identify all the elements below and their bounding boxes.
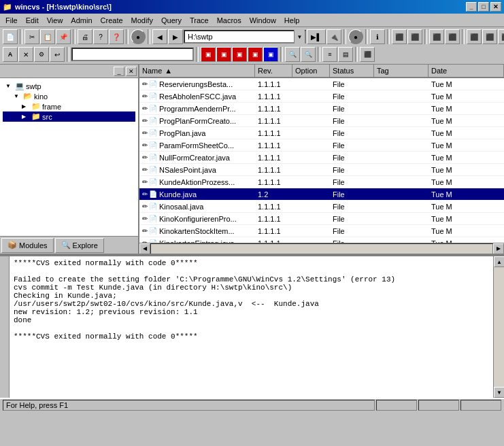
toolbar-help[interactable]: ? <box>93 29 108 44</box>
col-header-rev[interactable]: Rev. <box>255 65 292 78</box>
file-doc-icon: 📄 <box>149 203 157 210</box>
table-row[interactable]: ✏📄KinoKonfigurierenPro...1.1.1.1FileTue … <box>139 213 504 225</box>
close-button[interactable]: ✕ <box>490 2 501 12</box>
table-row[interactable]: ✏📄KundeAktionProzess...1.1.1.1FileTue M <box>139 176 504 188</box>
tree-header: _ ✕ <box>0 65 138 78</box>
toolbar-cut[interactable]: ✂ <box>24 29 39 44</box>
toolbar-back[interactable]: ◀ <box>152 29 167 44</box>
vscroll-up[interactable]: ▲ <box>494 256 504 267</box>
table-row[interactable]: ✏📄NullFormCreator.java1.1.1.1FileTue M <box>139 152 504 164</box>
tree-item-kino[interactable]: ▼📂kino <box>3 91 135 101</box>
tree-item-src[interactable]: ▶📁src <box>3 112 135 122</box>
toolbar-zoom2[interactable]: 🔍 <box>301 47 316 62</box>
modules-button[interactable]: 📦 Modules <box>1 238 54 253</box>
file-pencil-icon: ✏ <box>142 227 148 235</box>
toolbar-stop[interactable]: ● <box>348 29 363 44</box>
toolbar-forward[interactable]: ▶ <box>168 29 183 44</box>
tree-expand-icon[interactable]: ▼ <box>14 93 22 99</box>
tree-expand-icon[interactable]: ▼ <box>5 83 14 89</box>
toolbar-filter-red2[interactable]: ▣ <box>216 47 231 62</box>
toolbar-list1[interactable]: ≡ <box>322 47 337 62</box>
horizontal-scrollbar[interactable]: ◀ ▶ <box>139 243 504 254</box>
status-box-3 <box>460 400 501 411</box>
filter-input[interactable] <box>71 48 194 61</box>
output-text[interactable]: *****CVS exited normally with code 0****… <box>10 256 493 398</box>
table-row[interactable]: ✏📄ProgPlan.java1.1.1.1FileTue M <box>139 127 504 139</box>
output-vscroll[interactable]: ▲ ▼ <box>493 256 504 398</box>
toolbar-help2[interactable]: ❓ <box>109 29 124 44</box>
table-row[interactable]: ✏📄NSalesPoint.java1.1.1.1FileTue M <box>139 164 504 176</box>
toolbar-row2-c[interactable]: ⚙ <box>34 47 49 62</box>
menu-item-edit[interactable]: Edit <box>22 15 43 26</box>
toolbar-btn-circle[interactable]: ● <box>131 29 146 44</box>
table-row[interactable]: ✏📄Kinosaal.java1.1.1.1FileTue M <box>139 201 504 213</box>
menu-item-create[interactable]: Create <box>97 15 127 26</box>
toolbar-zoom1[interactable]: 🔍 <box>285 47 300 62</box>
menu-item-help[interactable]: Help <box>280 15 304 26</box>
maximize-button[interactable]: □ <box>478 2 489 12</box>
col-header-name[interactable]: Name ▲ <box>139 65 255 78</box>
menu-item-query[interactable]: Query <box>157 15 186 26</box>
toolbar-btn-g[interactable]: ⬛ <box>498 29 504 44</box>
menu-item-modify[interactable]: Modify <box>127 15 157 26</box>
toolbar-paste[interactable]: 📌 <box>56 29 71 44</box>
table-row[interactable]: ✏📄ParamFormSheetCo...1.1.1.1FileTue M <box>139 139 504 152</box>
col-header-option[interactable]: Option <box>292 65 330 78</box>
path-combo[interactable]: H:\swtp ▼ <box>184 30 306 44</box>
toolbar-new[interactable]: 📄 <box>3 29 18 44</box>
toolbar-btn-b[interactable]: ⬛ <box>407 29 422 44</box>
tree-expand-icon[interactable]: ▶ <box>22 114 30 120</box>
toolbar-btn-a[interactable]: ⬛ <box>392 29 407 44</box>
toolbar-go[interactable]: ▶▌ <box>307 29 326 44</box>
toolbar-row2-a[interactable]: A <box>3 47 18 62</box>
toolbar-btn-j[interactable]: ⬛ <box>360 47 375 62</box>
file-doc-icon: 📄 <box>149 141 157 149</box>
table-row[interactable]: ✏📄ProgrammAendernPr...1.1.1.1FileTue M <box>139 103 504 115</box>
menu-item-trace[interactable]: Trace <box>186 15 213 26</box>
tree-item-frame[interactable]: ▶📁frame <box>3 101 135 112</box>
table-row[interactable]: ✏📄KinokartenEintrag.java1.1.1.1FileTue M <box>139 237 504 243</box>
tree-expand-icon[interactable]: ▶ <box>22 103 30 109</box>
menu-item-view[interactable]: View <box>43 15 67 26</box>
toolbar-row2-d[interactable]: ↩ <box>50 47 65 62</box>
vscroll-track[interactable] <box>494 267 504 387</box>
toolbar-btn-e[interactable]: ⬛ <box>467 29 482 44</box>
explore-button[interactable]: 🔍 Explore <box>55 238 104 253</box>
path-dropdown-arrow[interactable]: ▼ <box>294 30 305 44</box>
col-header-date[interactable]: Date <box>429 65 504 78</box>
file-cell-rev: 1.1.1.1 <box>255 215 292 223</box>
toolbar-connect[interactable]: 🔌 <box>326 29 341 44</box>
toolbar-info[interactable]: ℹ <box>370 29 385 44</box>
vscroll-down[interactable]: ▼ <box>494 387 504 398</box>
tree-item-swtp[interactable]: ▼💻swtp <box>3 81 135 91</box>
toolbar-filter-blue1[interactable]: ▣ <box>263 47 278 62</box>
menu-item-macros[interactable]: Macros <box>213 15 246 26</box>
toolbar-row2-b[interactable]: ✕ <box>18 47 33 62</box>
col-header-status[interactable]: Status <box>330 65 374 78</box>
menu-item-file[interactable]: File <box>1 15 22 26</box>
toolbar-copy[interactable]: 📋 <box>40 29 55 44</box>
hscroll-track[interactable] <box>150 243 493 254</box>
toolbar-btn-c[interactable]: ⬛ <box>429 29 444 44</box>
toolbar-print[interactable]: 🖨 <box>78 29 93 44</box>
tree-close[interactable]: ✕ <box>126 67 137 76</box>
col-header-tag[interactable]: Tag <box>374 65 429 78</box>
table-row[interactable]: ✏📄ProgPlanFormCreato...1.1.1.1FileTue M <box>139 115 504 127</box>
menu-item-admin[interactable]: Admin <box>67 15 96 26</box>
toolbar-filter-red1[interactable]: ▣ <box>201 47 216 62</box>
file-cell-status: File <box>330 141 374 150</box>
hscroll-right[interactable]: ▶ <box>493 243 504 254</box>
toolbar-list2[interactable]: ▤ <box>338 47 353 62</box>
table-row[interactable]: ✏📄ResAbholenFSCC.java1.1.1.1FileTue M <box>139 90 504 103</box>
minimize-button[interactable]: _ <box>466 2 477 12</box>
table-row[interactable]: ✏📄ReservierungsBesta...1.1.1.1FileTue M <box>139 78 504 90</box>
toolbar-btn-f[interactable]: ⬛ <box>482 29 497 44</box>
tree-minimize[interactable]: _ <box>114 67 124 76</box>
toolbar-filter-red3[interactable]: ▣ <box>232 47 247 62</box>
table-row[interactable]: ✏📄KinokartenStockItem...1.1.1.1FileTue M <box>139 225 504 237</box>
toolbar-filter-red4[interactable]: ▣ <box>248 47 263 62</box>
menu-item-window[interactable]: Window <box>246 15 280 26</box>
toolbar-btn-d[interactable]: ⬛ <box>445 29 460 44</box>
table-row[interactable]: ✏📄Kunde.java1.2FileTue M <box>139 188 504 201</box>
hscroll-left[interactable]: ◀ <box>139 243 150 254</box>
